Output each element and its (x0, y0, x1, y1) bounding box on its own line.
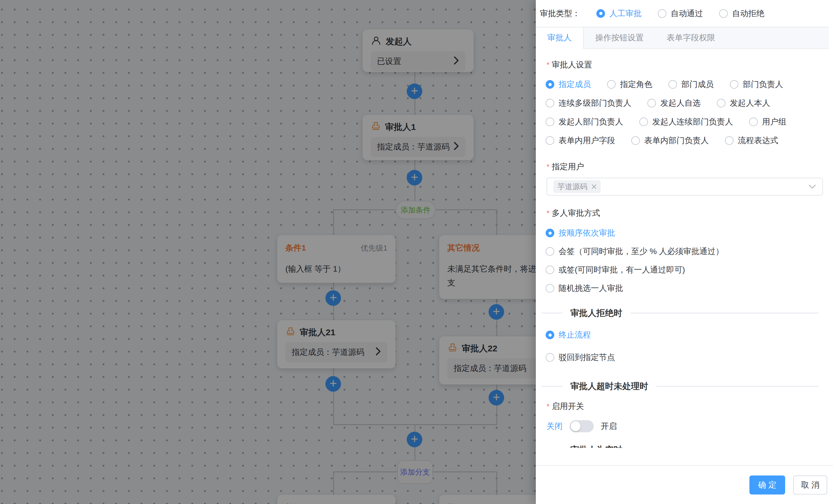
panel-scroll-area[interactable]: 审批人设置 指定成员 指定角色 部门成员 部门负责人 连续多级部门负责人 发起人… (536, 48, 829, 448)
radio-icon (647, 99, 656, 107)
radio-icon (596, 9, 605, 18)
toggle-knob (571, 421, 580, 431)
radio-icon (668, 80, 677, 89)
radio-icon (546, 99, 554, 107)
radio-random-one[interactable]: 随机挑选一人审批 (546, 283, 723, 293)
radio-initiator-dept-leader[interactable]: 发起人部门负责人 (546, 116, 623, 127)
chevron-down-icon (809, 184, 816, 189)
reject-options: 终止流程 驳回到指定节点 (546, 330, 615, 375)
reject-section-divider: 审批人拒绝时 (547, 308, 818, 318)
empty-section-divider: 审批人为空时 (547, 445, 818, 448)
empty-section-title: 审批人为空时 (570, 444, 622, 448)
radio-icon (546, 247, 554, 256)
radio-icon (546, 80, 554, 89)
radio-designated-member[interactable]: 指定成员 (546, 79, 591, 90)
radio-icon (546, 353, 554, 362)
timeout-section-divider: 审批人超时未处理时 (547, 381, 818, 391)
approver-setting-label: 审批人设置 (547, 59, 592, 70)
radio-icon (631, 136, 640, 145)
radio-user-group[interactable]: 用户组 (749, 116, 786, 127)
radio-auto-reject[interactable]: 自动拒绝 (719, 8, 764, 19)
panel-tabs: 审批人 操作按钮设置 表单字段权限 (536, 27, 829, 49)
confirm-button[interactable]: 确 定 (749, 476, 785, 495)
radio-form-dept-leader[interactable]: 表单内部门负责人 (631, 135, 709, 146)
timeout-section-title: 审批人超时未处理时 (570, 380, 648, 392)
radio-designated-role[interactable]: 指定角色 (607, 79, 652, 90)
switch-off-label[interactable]: 关闭 (547, 421, 563, 432)
approval-settings-panel: 审批类型： 人工审批 自动通过 自动拒绝 审批人 操作按钮设置 表单字段权限 审… (536, 0, 833, 504)
remove-tag-icon[interactable] (592, 184, 597, 189)
tab-form-field-permissions[interactable]: 表单字段权限 (655, 27, 727, 48)
assign-user-label: 指定用户 (547, 161, 584, 172)
radio-auto-approve[interactable]: 自动通过 (658, 8, 703, 19)
radio-icon (546, 331, 554, 339)
approver-setting-row2: 连续多级部门负责人 发起人自选 发起人本人 (546, 98, 770, 108)
tab-approver[interactable]: 审批人 (536, 27, 584, 49)
multi-approve-options: 按顺序依次审批 会签（可同时审批，至少 % 人必须审批通过） 或签(可同时审批，… (546, 228, 723, 302)
radio-orsign[interactable]: 或签(可同时审批，有一人通过即可) (546, 265, 723, 275)
multi-approve-label: 多人审批方式 (547, 208, 600, 219)
radio-icon (749, 118, 758, 126)
tab-action-buttons[interactable]: 操作按钮设置 (584, 27, 655, 48)
approval-type-row: 审批类型： 人工审批 自动通过 自动拒绝 (536, 0, 833, 27)
radio-icon (639, 118, 648, 126)
enable-switch-row: 关闭 开启 (547, 420, 617, 433)
user-tag: 芋道源码 (553, 180, 601, 193)
enable-switch-label: 启用开关 (547, 401, 584, 412)
radio-countersign[interactable]: 会签（可同时审批，至少 % 人必须审批通过） (546, 247, 723, 256)
radio-multi-level-dept-leader[interactable]: 连续多级部门负责人 (546, 98, 631, 108)
approver-setting-row1: 指定成员 指定角色 部门成员 部门负责人 (546, 79, 783, 89)
cancel-button[interactable]: 取 消 (793, 476, 827, 495)
radio-icon (546, 136, 554, 145)
user-select[interactable]: 芋道源码 (547, 178, 823, 196)
radio-return-to-node[interactable]: 驳回到指定节点 (546, 353, 615, 362)
radio-manual-approval[interactable]: 人工审批 (596, 8, 642, 19)
radio-form-user-field[interactable]: 表单内用户字段 (546, 135, 615, 146)
radio-icon (658, 9, 666, 18)
radio-terminate-process[interactable]: 终止流程 (546, 330, 615, 340)
radio-dept-leader[interactable]: 部门负责人 (730, 79, 783, 90)
radio-icon (607, 80, 616, 89)
radio-initiator-select[interactable]: 发起人自选 (647, 98, 701, 108)
radio-icon (725, 136, 734, 145)
approver-setting-row3: 发起人部门负责人 发起人连续部门负责人 用户组 (546, 117, 786, 127)
reject-section-title: 审批人拒绝时 (570, 307, 622, 319)
radio-initiator-multi-dept-leader[interactable]: 发起人连续部门负责人 (639, 116, 733, 127)
panel-footer: 确 定 取 消 (536, 465, 833, 504)
radio-icon (719, 9, 728, 18)
approver-setting-row4: 表单内用户字段 表单内部门负责人 流程表达式 (546, 136, 778, 146)
radio-initiator-self[interactable]: 发起人本人 (717, 98, 770, 108)
approval-type-label: 审批类型： (540, 8, 580, 19)
radio-process-expression[interactable]: 流程表达式 (725, 135, 778, 146)
radio-sequential-approve[interactable]: 按顺序依次审批 (546, 228, 723, 238)
radio-icon (546, 284, 554, 293)
radio-icon (546, 229, 554, 237)
radio-icon (730, 80, 738, 89)
radio-icon (717, 99, 725, 107)
enable-toggle[interactable] (570, 420, 594, 432)
radio-dept-member[interactable]: 部门成员 (668, 79, 714, 90)
switch-on-label[interactable]: 开启 (601, 421, 617, 432)
radio-icon (546, 266, 554, 274)
radio-icon (546, 118, 554, 126)
